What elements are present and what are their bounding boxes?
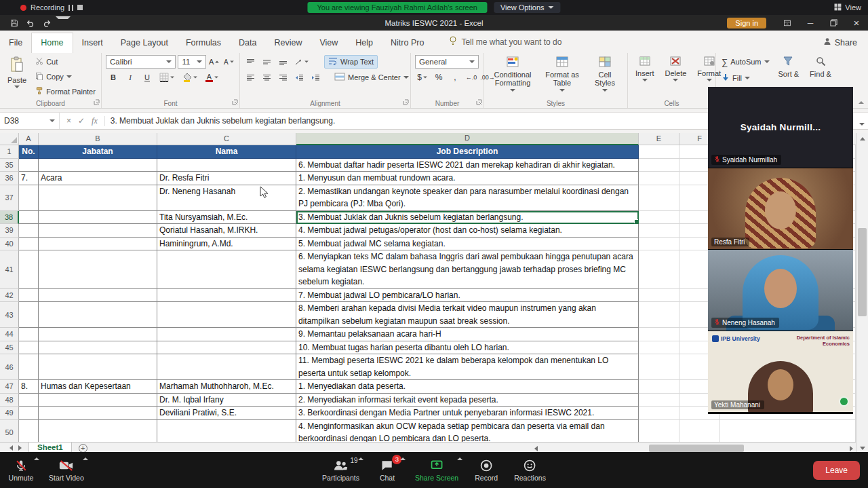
row-header-41[interactable]: 41 xyxy=(0,250,19,289)
cell-B44[interactable] xyxy=(39,328,157,341)
conditional-formatting-button[interactable]: Conditional Formatting xyxy=(488,55,537,98)
cell-E45[interactable] xyxy=(639,341,679,355)
tell-me-search[interactable]: Tell me what you want to do xyxy=(442,31,568,53)
row-header-36[interactable]: 36 xyxy=(0,172,19,185)
reactions-button[interactable]: Reactions xyxy=(507,452,553,488)
video-tile-resfa[interactable]: Resfa Fitri xyxy=(708,168,853,250)
sign-in-button[interactable]: Sign in xyxy=(727,18,766,29)
row-header-40[interactable]: 40 xyxy=(0,238,19,251)
number-format-select[interactable]: General xyxy=(415,55,479,69)
cell-D49[interactable]: 3. Berkoordinasi dengan Media Partner un… xyxy=(296,407,639,420)
cell-B45[interactable] xyxy=(39,341,157,355)
cell-C40[interactable]: Haminingrum, A.Md. xyxy=(157,238,296,251)
chat-caret-icon[interactable] xyxy=(400,457,406,460)
insert-function-icon[interactable]: fx xyxy=(92,116,98,126)
share-screen-button[interactable]: Share Screen xyxy=(408,452,465,488)
save-icon[interactable] xyxy=(7,16,22,30)
copy-button[interactable]: Copy xyxy=(34,70,97,83)
cell-B39[interactable] xyxy=(39,224,157,238)
cell-D38[interactable]: 3. Membuat Juklak dan Juknis sebelum keg… xyxy=(296,211,639,225)
ribbon-display-options-icon[interactable] xyxy=(776,15,799,31)
customize-qat-caret-icon[interactable] xyxy=(56,16,71,30)
close-button[interactable]: × xyxy=(845,15,868,31)
wrap-text-button[interactable]: Wrap Text xyxy=(324,55,378,69)
cell-B38[interactable] xyxy=(39,211,157,225)
cell-A49[interactable] xyxy=(19,407,39,420)
tab-formulas[interactable]: Formulas xyxy=(177,33,230,53)
autosum-button[interactable]: ∑ AutoSum xyxy=(720,55,771,69)
cell-E50[interactable] xyxy=(639,420,679,443)
row-header-44[interactable]: 44 xyxy=(0,328,19,341)
participants-caret-icon[interactable] xyxy=(358,457,363,460)
cell-A1[interactable]: No. xyxy=(19,145,39,159)
cancel-entry-icon[interactable]: × xyxy=(66,116,71,126)
font-name-select[interactable]: Calibri xyxy=(106,55,176,69)
video-options-caret-icon[interactable] xyxy=(83,457,88,460)
cell-C47[interactable]: Marhamah Muthohharoh, M.Ec. xyxy=(157,380,296,394)
font-size-select[interactable]: 11 xyxy=(178,55,205,69)
cell-B35[interactable] xyxy=(39,159,157,172)
format-as-table-button[interactable]: Format as Table xyxy=(541,55,583,98)
row-header-49[interactable]: 49 xyxy=(0,407,19,420)
row-header-46[interactable]: 46 xyxy=(0,354,19,380)
video-tile-yekti[interactable]: IPB University Department of Islamic Eco… xyxy=(708,331,853,413)
view-options-button[interactable]: View Options xyxy=(494,2,561,13)
fill-color-button[interactable] xyxy=(181,71,199,84)
cell-A37[interactable] xyxy=(19,185,39,211)
cell-C43[interactable] xyxy=(157,302,296,328)
cell-A39[interactable] xyxy=(19,224,39,238)
row-header-50[interactable]: 50 xyxy=(0,420,19,443)
cell-C35[interactable] xyxy=(157,159,296,172)
cell-D40[interactable]: 5. Membuat jadwal MC selama kegiatan. xyxy=(296,238,639,251)
cell-F50[interactable] xyxy=(679,420,720,443)
next-sheet-icon[interactable] xyxy=(18,445,22,451)
col-header-D[interactable]: D xyxy=(296,133,639,145)
row-header-45[interactable]: 45 xyxy=(0,341,19,355)
cell-E37[interactable] xyxy=(639,185,679,211)
cell-D43[interactable]: 8. Memberi arahan kepada divisi Media te… xyxy=(296,302,639,328)
cell-B1[interactable]: Jabatan xyxy=(39,145,157,159)
align-middle-icon[interactable] xyxy=(260,55,273,69)
col-header-C[interactable]: C xyxy=(157,133,296,145)
cell-A44[interactable] xyxy=(19,328,39,341)
cell-D36[interactable]: 1. Menyusun dan membuat rundown acara. xyxy=(296,172,639,185)
cell-B41[interactable] xyxy=(39,250,157,289)
currency-format-button[interactable]: $ xyxy=(416,71,429,84)
cell-B40[interactable] xyxy=(39,238,157,251)
cell-A43[interactable] xyxy=(19,302,39,328)
scroll-up-icon[interactable] xyxy=(856,133,868,144)
align-right-icon[interactable] xyxy=(277,71,289,84)
collapse-ribbon-icon[interactable] xyxy=(859,97,864,105)
tab-page-layout[interactable]: Page Layout xyxy=(112,33,177,53)
start-video-button[interactable]: Start Video xyxy=(42,452,91,488)
tab-help[interactable]: Help xyxy=(347,33,382,53)
select-all-corner[interactable] xyxy=(0,133,19,145)
cell-A40[interactable] xyxy=(19,238,39,251)
cell-E41[interactable] xyxy=(639,250,679,289)
delete-cells-button[interactable]: Delete xyxy=(662,55,690,98)
cell-D35[interactable]: 6. Membuat daftar hadir peserta IESWC 20… xyxy=(296,159,639,172)
cell-C49[interactable]: Deviliani Pratiwi, S.E. xyxy=(157,407,296,420)
cell-C42[interactable] xyxy=(157,289,296,303)
comma-format-button[interactable]: , xyxy=(449,71,461,84)
orientation-icon[interactable] xyxy=(293,55,311,69)
row-header-48[interactable]: 48 xyxy=(0,394,19,407)
align-top-icon[interactable] xyxy=(244,55,256,69)
cell-B37[interactable] xyxy=(39,185,157,211)
share-button[interactable]: Share xyxy=(812,33,868,53)
cell-B48[interactable] xyxy=(39,394,157,407)
confirm-entry-icon[interactable]: ✓ xyxy=(78,116,85,126)
row-header-37[interactable]: 37 xyxy=(0,185,19,211)
tab-view[interactable]: View xyxy=(311,33,347,53)
cell-A38[interactable] xyxy=(19,211,39,225)
name-box[interactable]: D38 xyxy=(0,113,60,129)
cell-A47[interactable]: 8. xyxy=(19,380,39,394)
cell-A41[interactable] xyxy=(19,250,39,289)
cell-A46[interactable] xyxy=(19,354,39,380)
cell-D46[interactable]: 11. Membagi peserta IESWC 2021 ke dalam … xyxy=(296,354,639,380)
number-dialog-launcher-icon[interactable] xyxy=(476,98,482,107)
row-header-1[interactable]: 1 xyxy=(0,145,19,159)
cell-D44[interactable]: 9. Memantau pelaksanaan acara hari-H xyxy=(296,328,639,341)
cell-C41[interactable] xyxy=(157,250,296,289)
tab-file[interactable]: File xyxy=(0,33,31,53)
